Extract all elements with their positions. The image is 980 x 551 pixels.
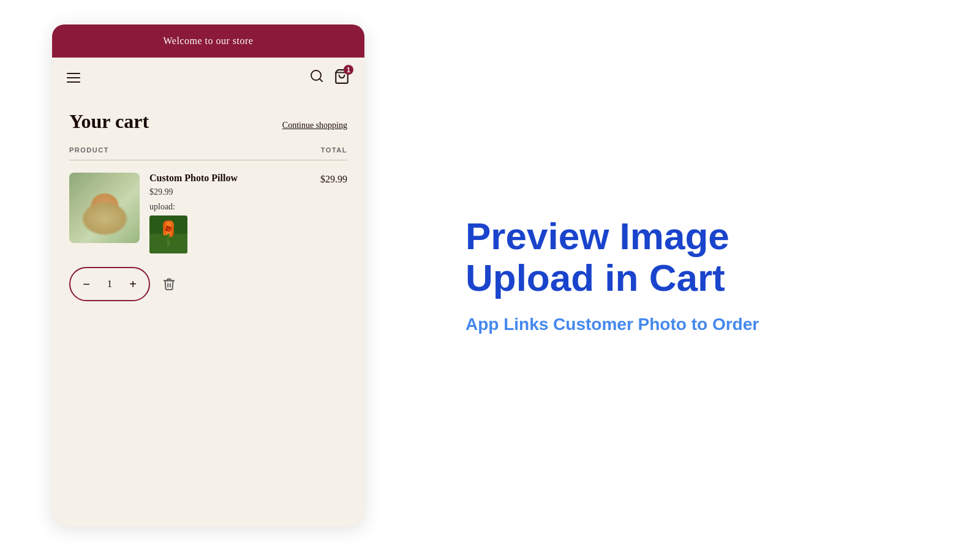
cart-badge: 1 [344, 65, 353, 75]
right-panel: Preview Image Upload in Cart App Links C… [417, 0, 980, 551]
product-image [69, 173, 140, 243]
upload-label: upload: [149, 202, 311, 212]
trash-icon [162, 277, 176, 291]
svg-line-1 [320, 79, 322, 81]
product-total-price: $29.99 [320, 173, 347, 185]
product-image-pug [69, 173, 140, 243]
preview-subtitle: App Links Customer Photo to Order [466, 313, 759, 335]
product-row: Custom Photo Pillow $29.99 upload: [69, 173, 347, 253]
continue-shopping-link[interactable]: Continue shopping [282, 121, 347, 130]
nav-bar: 1 [52, 58, 364, 98]
store-banner-text: Welcome to our store [164, 36, 254, 46]
quantity-control: − 1 + [69, 267, 150, 301]
hamburger-line-2 [67, 77, 80, 78]
quantity-decrease-button[interactable]: − [74, 273, 99, 295]
hamburger-line-3 [67, 81, 80, 83]
phone-frame: Welcome to our store [52, 24, 364, 527]
product-name: Custom Photo Pillow [149, 173, 311, 184]
col-total-label: TOTAL [321, 146, 347, 154]
hamburger-line-1 [67, 73, 80, 74]
col-headers: PRODUCT TOTAL [69, 146, 347, 160]
cart-icon-wrapper[interactable]: 1 [334, 69, 350, 87]
preview-title-line1: Preview Image [466, 215, 729, 257]
search-icon[interactable] [309, 69, 324, 87]
flower-svg [149, 216, 187, 253]
svg-point-12 [169, 227, 171, 229]
cart-title: Your cart [69, 110, 149, 133]
svg-point-11 [167, 226, 168, 228]
col-product-label: PRODUCT [69, 146, 109, 154]
quantity-row: − 1 + [69, 267, 347, 301]
preview-title: Preview Image Upload in Cart [466, 216, 729, 299]
left-panel: Welcome to our store [0, 0, 417, 551]
quantity-value: 1 [99, 279, 121, 290]
preview-title-line2: Upload in Cart [466, 257, 725, 299]
uploaded-image-thumbnail [149, 216, 187, 253]
quantity-increase-button[interactable]: + [121, 273, 145, 295]
nav-icons: 1 [309, 69, 350, 87]
store-banner: Welcome to our store [52, 24, 364, 58]
delete-item-button[interactable] [162, 277, 176, 291]
svg-point-13 [166, 229, 168, 231]
cart-content: Your cart Continue shopping PRODUCT TOTA… [52, 98, 364, 527]
hamburger-menu-icon[interactable] [67, 73, 80, 83]
product-price-sub: $29.99 [149, 187, 311, 197]
cart-header-row: Your cart Continue shopping [69, 110, 347, 133]
product-details: Custom Photo Pillow $29.99 upload: [149, 173, 311, 253]
